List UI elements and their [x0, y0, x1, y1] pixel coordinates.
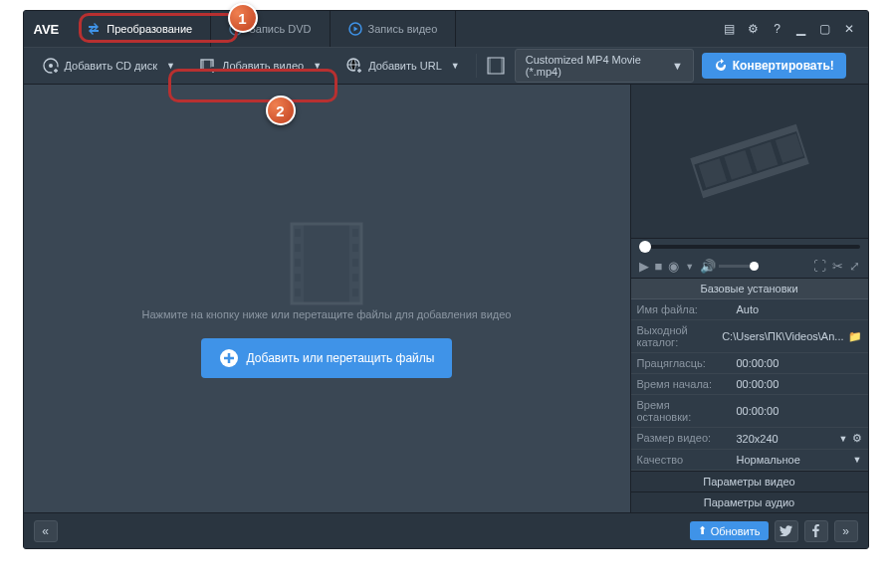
- filename-value[interactable]: Auto: [731, 299, 868, 319]
- svg-rect-32: [750, 142, 778, 172]
- main-drop-area[interactable]: Нажмите на кнопку ниже или перетащите фа…: [24, 85, 631, 512]
- play-icon: [348, 22, 362, 36]
- svg-rect-12: [501, 58, 504, 74]
- add-url-label: Добавить URL: [368, 60, 442, 72]
- add-files-label: Добавить или перетащить файлы: [247, 351, 435, 365]
- volume-icon[interactable]: 🔊: [700, 259, 716, 274]
- play-button[interactable]: ▶: [639, 259, 649, 274]
- position-slider[interactable]: [639, 245, 860, 249]
- add-cd-button[interactable]: Добавить CD диск ▼: [34, 53, 183, 79]
- tab-convert[interactable]: Преобразование: [69, 11, 211, 47]
- start-time-value[interactable]: 00:00:00: [731, 374, 868, 394]
- settings-table: Имя файла:Auto Выходной каталог:C:\Users…: [631, 299, 868, 471]
- svg-rect-20: [295, 289, 301, 296]
- chevron-down-icon: ▼: [839, 434, 848, 444]
- settings-header: Базовые установки: [631, 278, 868, 299]
- svg-rect-17: [295, 244, 301, 252]
- film-placeholder-icon: [287, 219, 366, 308]
- add-video-label: Добавить видео: [222, 60, 304, 72]
- tab-label: Запись DVD: [249, 23, 311, 35]
- add-video-button[interactable]: Добавить видео ▼: [191, 53, 330, 79]
- prop-label: Працягласць:: [631, 353, 731, 373]
- add-files-button[interactable]: Добавить или перетащить файлы: [201, 338, 453, 378]
- convert-icon: [87, 22, 101, 36]
- twitter-button[interactable]: [775, 520, 798, 542]
- prop-label: Время остановки:: [631, 395, 731, 427]
- svg-rect-21: [352, 229, 358, 237]
- disc-plus-icon: [42, 57, 60, 75]
- divider: [476, 54, 477, 78]
- svg-point-4: [49, 64, 53, 68]
- prop-label: Имя файла:: [631, 299, 731, 319]
- tab-label: Преобразование: [107, 23, 192, 35]
- add-url-button[interactable]: Добавить URL ▼: [337, 53, 468, 79]
- gear-icon[interactable]: ⚙: [852, 432, 862, 445]
- video-params-toggle[interactable]: Параметры видео: [631, 471, 868, 491]
- output-dir-value[interactable]: C:\Users\ПК\Videos\An...📁: [716, 320, 867, 352]
- up-arrow-icon: ⬆: [698, 524, 707, 537]
- tab-record[interactable]: Запись видео: [331, 11, 457, 47]
- facebook-button[interactable]: [804, 520, 828, 542]
- svg-rect-25: [352, 289, 358, 296]
- expand-right-button[interactable]: »: [834, 520, 858, 542]
- list-icon[interactable]: ▤: [721, 20, 739, 38]
- chevron-down-icon: ▼: [166, 61, 175, 71]
- fullscreen-button[interactable]: ⛶: [813, 259, 826, 274]
- tab-label: Запись видео: [368, 23, 438, 35]
- drop-hint: Нажмите на кнопку ниже или перетащите фа…: [142, 308, 512, 320]
- chevron-down-icon: ▼: [313, 61, 322, 71]
- volume-slider[interactable]: [719, 265, 759, 268]
- svg-rect-18: [295, 259, 301, 267]
- gear-icon[interactable]: ⚙: [745, 20, 763, 38]
- svg-rect-24: [352, 274, 358, 282]
- film-plus-icon: [199, 57, 217, 75]
- profile-label: Customized MP4 Movie (*.mp4): [526, 54, 662, 78]
- convert-label: Конвертировать!: [733, 59, 834, 73]
- convert-button[interactable]: Конвертировать!: [702, 53, 846, 79]
- upgrade-button[interactable]: ⬆ Обновить: [690, 521, 769, 540]
- svg-rect-31: [724, 150, 752, 180]
- chevron-down-icon: ▼: [853, 455, 862, 465]
- prop-label: Качество: [631, 450, 731, 470]
- preview-panel: [631, 85, 868, 239]
- svg-rect-19: [295, 274, 301, 282]
- help-icon[interactable]: ?: [769, 20, 786, 38]
- minimize-icon[interactable]: ▁: [792, 20, 810, 38]
- cut-button[interactable]: ✂: [832, 259, 843, 274]
- prop-label: Размер видео:: [631, 428, 731, 449]
- svg-rect-30: [698, 158, 726, 188]
- callout-badge-2: 2: [266, 96, 296, 125]
- audio-params-toggle[interactable]: Параметры аудио: [631, 491, 868, 512]
- close-icon[interactable]: ✕: [840, 20, 858, 38]
- expand-button[interactable]: ⤢: [849, 259, 860, 274]
- snapshot-dropdown[interactable]: ▼: [685, 262, 694, 272]
- duration-value: 00:00:00: [731, 353, 868, 373]
- prop-label: Выходной каталог:: [631, 320, 717, 352]
- stop-button[interactable]: ■: [655, 259, 663, 274]
- film-strip-icon[interactable]: [485, 55, 507, 77]
- stop-time-value[interactable]: 00:00:00: [731, 395, 868, 427]
- collapse-left-button[interactable]: «: [34, 520, 58, 542]
- video-size-value[interactable]: 320x240▼⚙: [731, 428, 868, 449]
- upgrade-label: Обновить: [711, 525, 761, 537]
- svg-rect-22: [352, 244, 358, 252]
- svg-rect-11: [488, 58, 491, 74]
- add-cd-label: Добавить CD диск: [65, 60, 158, 72]
- chevron-down-icon: ▼: [672, 60, 683, 72]
- plus-circle-icon: [219, 348, 239, 368]
- film-reel-icon: [685, 121, 814, 201]
- app-title: AVE: [34, 22, 60, 37]
- maximize-icon[interactable]: ▢: [816, 20, 834, 38]
- svg-rect-23: [352, 259, 358, 267]
- chevron-down-icon: ▼: [451, 61, 460, 71]
- profile-select[interactable]: Customized MP4 Movie (*.mp4) ▼: [515, 49, 694, 83]
- snapshot-button[interactable]: ◉: [668, 259, 679, 274]
- refresh-icon: [714, 59, 728, 73]
- prop-label: Время начала:: [631, 374, 731, 394]
- quality-value[interactable]: Нормальное▼: [731, 450, 868, 470]
- callout-badge-1: 1: [228, 3, 258, 33]
- globe-plus-icon: [345, 57, 363, 75]
- svg-rect-16: [295, 229, 301, 237]
- folder-icon[interactable]: 📁: [848, 330, 862, 343]
